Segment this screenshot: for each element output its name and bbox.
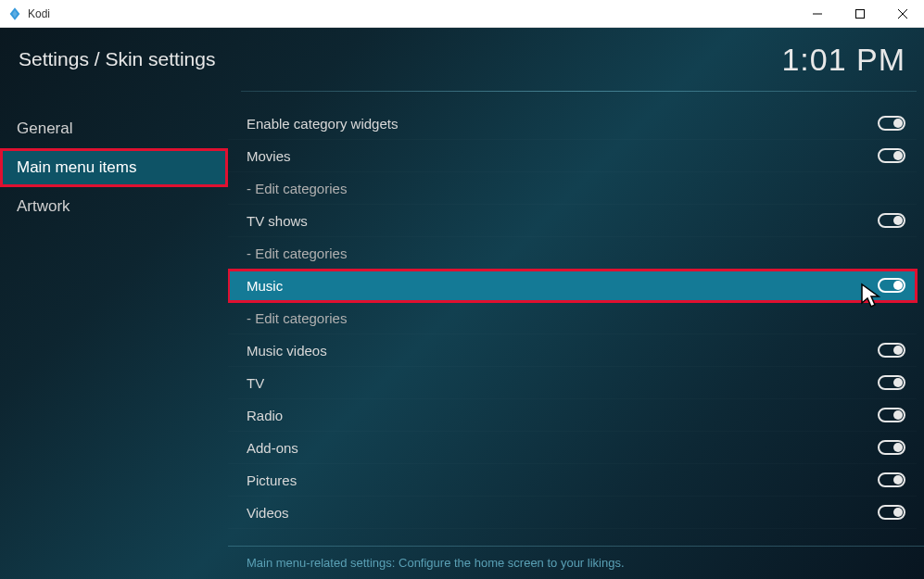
sidebar: GeneralMain menu itemsArtwork (0, 91, 228, 546)
titlebar-left: Kodi (0, 6, 50, 21)
settings-list: Enable category widgetsMovies- Edit cate… (228, 91, 924, 546)
titlebar: Kodi (0, 0, 924, 28)
clock: 1:01 PM (781, 42, 905, 78)
setting-row[interactable]: TV shows (228, 205, 917, 237)
footer: Main menu-related settings: Configure th… (228, 546, 924, 579)
setting-label: Radio (247, 408, 283, 423)
toggle-switch[interactable] (878, 116, 905, 131)
setting-label: TV shows (247, 213, 308, 229)
setting-label: Videos (247, 505, 289, 521)
sidebar-item-artwork[interactable]: Artwork (0, 187, 228, 226)
setting-row[interactable]: Movies (228, 140, 917, 172)
toggle-switch[interactable] (878, 278, 905, 293)
setting-label: - Edit categories (247, 310, 347, 326)
setting-label: Pictures (247, 472, 297, 488)
setting-label: - Edit categories (247, 181, 347, 196)
setting-label: Movies (247, 148, 291, 164)
toggle-switch[interactable] (878, 408, 905, 422)
setting-row[interactable]: - Edit categories (228, 172, 917, 205)
setting-row[interactable]: Pictures (228, 464, 917, 497)
setting-row[interactable]: Music (228, 270, 917, 302)
breadcrumb: Settings / Skin settings (19, 48, 215, 70)
maximize-button[interactable] (839, 0, 881, 28)
app-content: Settings / Skin settings 1:01 PM General… (0, 28, 924, 579)
footer-text: Main menu-related settings: Configure th… (247, 556, 625, 570)
svg-rect-1 (856, 9, 865, 18)
toggle-switch[interactable] (878, 148, 905, 163)
sidebar-item-label: General (17, 120, 72, 138)
window-controls (796, 0, 924, 28)
setting-row[interactable]: - Edit categories (228, 237, 917, 270)
body: GeneralMain menu itemsArtwork Enable cat… (0, 91, 924, 546)
setting-row[interactable]: Radio (228, 399, 917, 432)
setting-row[interactable]: Videos (228, 497, 917, 529)
toggle-switch[interactable] (878, 343, 905, 358)
header: Settings / Skin settings 1:01 PM (0, 28, 924, 91)
toggle-switch[interactable] (878, 472, 905, 487)
titlebar-title: Kodi (28, 7, 50, 20)
toggle-switch[interactable] (878, 505, 905, 520)
sidebar-item-general[interactable]: General (0, 109, 228, 148)
kodi-logo-icon (7, 6, 22, 21)
setting-label: Add-ons (247, 440, 298, 456)
setting-row[interactable]: Music videos (228, 334, 917, 367)
setting-label: Enable category widgets (247, 116, 398, 132)
setting-label: Music videos (247, 343, 327, 359)
toggle-switch[interactable] (878, 440, 905, 455)
setting-row[interactable]: - Edit categories (228, 302, 917, 334)
setting-label: Music (247, 278, 283, 294)
sidebar-item-label: Artwork (17, 197, 70, 216)
setting-label: TV (247, 375, 264, 391)
setting-row[interactable]: Add-ons (228, 432, 917, 464)
setting-row[interactable]: Enable category widgets (228, 107, 917, 140)
setting-row[interactable]: TV (228, 367, 917, 399)
sidebar-item-label: Main menu items (17, 158, 136, 177)
minimize-button[interactable] (796, 0, 839, 28)
toggle-switch[interactable] (878, 375, 905, 390)
setting-label: - Edit categories (247, 245, 347, 261)
close-button[interactable] (881, 0, 924, 28)
sidebar-item-main-menu-items[interactable]: Main menu items (0, 148, 228, 187)
toggle-switch[interactable] (878, 213, 905, 228)
